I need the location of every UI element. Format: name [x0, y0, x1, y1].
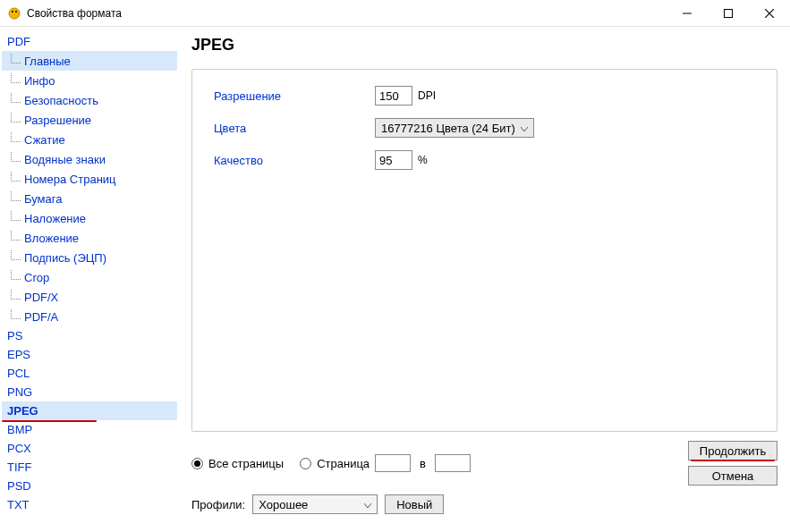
quality-unit: % — [418, 154, 428, 166]
app-icon — [7, 6, 21, 21]
window-controls — [667, 0, 790, 27]
chevron-down-icon — [364, 498, 371, 511]
minimize-button[interactable] — [667, 0, 708, 27]
sidebar-item-pcx[interactable]: PCX — [2, 439, 177, 458]
colors-value: 16777216 Цвета (24 Бит) — [381, 122, 515, 135]
sidebar-item-tiff[interactable]: TIFF — [2, 458, 177, 477]
sidebar-item-pdf-a[interactable]: PDF/A — [2, 307, 177, 326]
sidebar: PDFГлавныеИнфоБезопасностьРазрешениеСжат… — [0, 27, 179, 532]
maximize-button[interactable] — [708, 0, 749, 27]
page-range-group: Все страницы Страница в — [191, 454, 471, 472]
sidebar-item-сжатие[interactable]: Сжатие — [2, 130, 177, 149]
quality-label: Качество — [214, 154, 375, 167]
quality-row: Качество % — [214, 150, 755, 170]
sidebar-item-crop[interactable]: Crop — [2, 267, 177, 287]
chevron-down-icon — [521, 122, 528, 135]
resolution-label: Разрешение — [214, 89, 375, 103]
colors-select[interactable]: 16777216 Цвета (24 Бит) — [375, 118, 534, 138]
sidebar-item-бумага[interactable]: Бумага — [2, 189, 177, 208]
page-range-radio[interactable]: Страница в — [300, 454, 471, 472]
all-pages-label: Все страницы — [208, 457, 284, 470]
footer-panel: Все страницы Страница в Продолжить Отмен… — [191, 432, 777, 523]
sidebar-item-водяные-знаки[interactable]: Водяные знаки — [2, 149, 177, 169]
radio-unchecked-icon — [300, 458, 311, 469]
svg-point-0 — [9, 8, 20, 19]
svg-point-2 — [15, 11, 17, 13]
sidebar-item-наложение[interactable]: Наложение — [2, 208, 177, 228]
sidebar-item-главные[interactable]: Главные — [2, 51, 177, 71]
quality-input[interactable] — [375, 150, 412, 170]
page-from-input[interactable] — [375, 454, 411, 472]
new-profile-button[interactable]: Новый — [385, 494, 444, 514]
sidebar-item-eps[interactable]: EPS — [2, 345, 177, 364]
page-to-input[interactable] — [435, 454, 471, 472]
settings-panel: Разрешение DPI Цвета 16777216 Цвета (24 … — [191, 69, 777, 432]
profile-value: Хорошее — [259, 498, 308, 511]
main-panel: JPEG Разрешение DPI Цвета 16777216 Цвета… — [179, 27, 790, 532]
radio-checked-icon — [191, 458, 203, 469]
sidebar-item-вложение[interactable]: Вложение — [2, 228, 177, 248]
resolution-row: Разрешение DPI — [214, 86, 755, 106]
sidebar-item-bmp[interactable]: BMP — [2, 420, 177, 439]
page-to-label: в — [420, 457, 426, 470]
resolution-unit: DPI — [418, 89, 436, 102]
page-title: JPEG — [191, 36, 777, 55]
sidebar-item-инфо[interactable]: Инфо — [2, 71, 177, 90]
sidebar-item-подпись-эцп-[interactable]: Подпись (ЭЦП) — [2, 248, 177, 267]
colors-label: Цвета — [214, 122, 375, 135]
sidebar-item-txt[interactable]: TXT — [2, 495, 177, 514]
svg-rect-4 — [725, 9, 733, 17]
colors-row: Цвета 16777216 Цвета (24 Бит) — [214, 118, 755, 138]
sidebar-item-ps[interactable]: PS — [2, 326, 177, 345]
profiles-group: Профили: Хорошее Новый — [191, 494, 444, 514]
all-pages-radio[interactable]: Все страницы — [191, 457, 284, 470]
close-button[interactable] — [749, 0, 790, 27]
profiles-label: Профили: — [191, 498, 245, 511]
titlebar: Свойства формата — [0, 0, 790, 27]
sidebar-item-разрешение[interactable]: Разрешение — [2, 110, 177, 130]
sidebar-item-jpeg[interactable]: JPEG — [2, 401, 177, 420]
sidebar-item-pdf[interactable]: PDF — [2, 32, 177, 51]
sidebar-item-номера-страниц[interactable]: Номера Страниц — [2, 169, 177, 189]
resolution-input[interactable] — [375, 86, 412, 106]
window-title: Свойства формата — [27, 7, 667, 20]
sidebar-item-psd[interactable]: PSD — [2, 477, 177, 495]
continue-button[interactable]: Продолжить — [688, 441, 777, 460]
profile-select[interactable]: Хорошее — [252, 494, 378, 514]
sidebar-item-png[interactable]: PNG — [2, 383, 177, 401]
page-label: Страница — [317, 457, 370, 470]
cancel-button[interactable]: Отмена — [688, 466, 777, 486]
svg-point-1 — [12, 11, 13, 13]
sidebar-item-pcl[interactable]: PCL — [2, 364, 177, 383]
sidebar-item-безопасность[interactable]: Безопасность — [2, 90, 177, 110]
sidebar-item-pdf-x[interactable]: PDF/X — [2, 287, 177, 307]
